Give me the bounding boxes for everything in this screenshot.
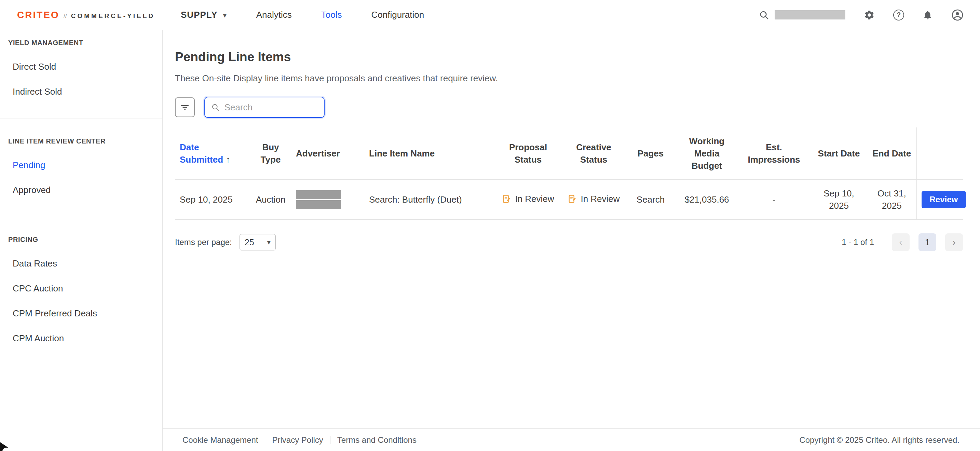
redacted-advertiser-line <box>296 190 341 199</box>
header-start-date[interactable]: Start Date <box>810 127 867 180</box>
sidebar-item-cpm-preferred-deals[interactable]: CPM Preferred Deals <box>0 301 162 326</box>
status-badge: In Review <box>515 193 554 205</box>
pagination-range: 1 - 1 of 1 <box>842 237 874 247</box>
sidebar-item-pending[interactable]: Pending <box>0 153 162 178</box>
footer-divider <box>265 436 265 444</box>
sidebar: YIELD MANAGEMENT Direct Sold Indirect So… <box>0 30 163 451</box>
previous-page-button[interactable]: ‹ <box>892 233 910 251</box>
supply-dropdown[interactable]: SUPPLY ▾ <box>181 10 227 20</box>
header-proposal-status[interactable]: Proposal Status <box>494 127 562 180</box>
items-per-page-label: Items per page: <box>175 237 232 247</box>
filter-button[interactable] <box>175 97 195 117</box>
nav-analytics[interactable]: Analytics <box>256 10 292 20</box>
section-label-yield-management: YIELD MANAGEMENT <box>8 39 162 47</box>
footer-link-cookie-management[interactable]: Cookie Management <box>183 435 258 445</box>
main-content: Pending Line Items These On-site Display… <box>163 30 980 429</box>
header-working-media-budget[interactable]: Working Media Budget <box>676 127 737 180</box>
page-subtitle: These On-site Display line items have pr… <box>175 73 963 84</box>
cell-est-impressions: - <box>737 180 810 220</box>
topbar-actions: ? <box>759 9 964 21</box>
header-actions <box>916 127 963 180</box>
in-review-icon <box>568 194 577 203</box>
bell-icon[interactable] <box>923 10 933 20</box>
account-icon[interactable] <box>951 9 964 21</box>
table-search-box <box>204 97 325 118</box>
cell-creative-status: In Review <box>562 180 625 220</box>
nav-configuration[interactable]: Configuration <box>371 10 424 20</box>
product-text: COMMERCE-YIELD <box>71 12 155 20</box>
cell-date-submitted: Sep 10, 2025 <box>175 180 250 220</box>
header-advertiser[interactable]: Advertiser <box>291 127 364 180</box>
sidebar-item-direct-sold[interactable]: Direct Sold <box>0 54 162 79</box>
status-badge: In Review <box>581 193 619 205</box>
mouse-cursor <box>0 442 12 451</box>
nav-tools[interactable]: Tools <box>321 10 342 20</box>
next-page-button[interactable]: › <box>945 233 963 251</box>
sidebar-divider <box>0 119 162 119</box>
gear-icon[interactable] <box>864 10 875 21</box>
cell-pages: Search <box>625 180 676 220</box>
cell-working-media-budget: $21,035.66 <box>676 180 737 220</box>
footer-divider <box>330 436 331 444</box>
cell-start-date: Sep 10, 2025 <box>810 180 867 220</box>
header-buy-type[interactable]: Buy Type <box>250 127 291 180</box>
supply-label: SUPPLY <box>181 10 218 20</box>
cell-advertiser <box>291 180 364 220</box>
redacted-advertiser-line <box>296 200 341 209</box>
topbar: CRITEO // COMMERCE-YIELD SUPPLY ▾ Analyt… <box>0 0 980 30</box>
footer-link-terms-and-conditions[interactable]: Terms and Conditions <box>337 435 417 445</box>
header-line-item-name[interactable]: Line Item Name <box>364 127 494 180</box>
sidebar-item-approved[interactable]: Approved <box>0 178 162 203</box>
header-creative-status[interactable]: Creative Status <box>562 127 625 180</box>
cell-line-item-name: Search: Butterfly (Duet) <box>364 180 494 220</box>
header-end-date[interactable]: End Date <box>867 127 916 180</box>
page-1-button[interactable]: 1 <box>918 233 936 251</box>
chevron-down-icon: ▾ <box>223 11 227 19</box>
footer-link-privacy-policy[interactable]: Privacy Policy <box>272 435 323 445</box>
sort-ascending-icon: ↑ <box>226 154 230 165</box>
cell-actions: Review <box>916 180 963 220</box>
table-row: Sep 10, 2025 Auction Search: Butterfly (… <box>175 180 963 220</box>
in-review-icon <box>502 194 512 203</box>
section-label-line-item-review-center: LINE ITEM REVIEW CENTER <box>8 137 162 145</box>
brand-text: CRITEO <box>17 10 59 21</box>
criteo-logo: CRITEO // COMMERCE-YIELD <box>17 10 155 21</box>
items-per-page-select[interactable]: 25 ▾ <box>240 234 276 251</box>
header-est-impressions[interactable]: Est. Impressions <box>737 127 810 180</box>
section-label-pricing: PRICING <box>8 236 162 244</box>
global-search[interactable] <box>759 10 845 20</box>
search-input[interactable] <box>224 102 318 113</box>
top-navigation: SUPPLY ▾ Analytics Tools Configuration <box>181 10 424 20</box>
footer: Cookie Management Privacy Policy Terms a… <box>163 429 980 451</box>
chevron-down-icon: ▾ <box>267 238 270 246</box>
sidebar-item-cpm-auction[interactable]: CPM Auction <box>0 326 162 351</box>
table-header-row: Date Submitted↑ Buy Type Advertiser Line… <box>175 127 963 180</box>
cell-end-date: Oct 31, 2025 <box>867 180 916 220</box>
pagination: Items per page: 25 ▾ 1 - 1 of 1 ‹ 1 › <box>175 233 963 251</box>
review-button[interactable]: Review <box>921 191 966 208</box>
cell-proposal-status: In Review <box>494 180 562 220</box>
cell-buy-type: Auction <box>250 180 291 220</box>
filter-list-icon <box>180 102 190 113</box>
header-pages[interactable]: Pages <box>625 127 676 180</box>
search-icon <box>211 103 220 112</box>
sidebar-item-indirect-sold[interactable]: Indirect Sold <box>0 79 162 104</box>
sidebar-item-data-rates[interactable]: Data Rates <box>0 251 162 276</box>
brand-separator: // <box>64 13 67 20</box>
copyright-text: Copyright © 2025 Criteo. All rights rese… <box>799 435 959 445</box>
header-date-submitted[interactable]: Date Submitted↑ <box>175 127 250 180</box>
page-title: Pending Line Items <box>175 50 963 64</box>
pending-line-items-table: Date Submitted↑ Buy Type Advertiser Line… <box>175 127 963 220</box>
sidebar-item-cpc-auction[interactable]: CPC Auction <box>0 276 162 301</box>
redacted-search-text[interactable] <box>775 10 845 19</box>
help-icon[interactable]: ? <box>893 10 904 21</box>
search-icon[interactable] <box>759 10 769 20</box>
